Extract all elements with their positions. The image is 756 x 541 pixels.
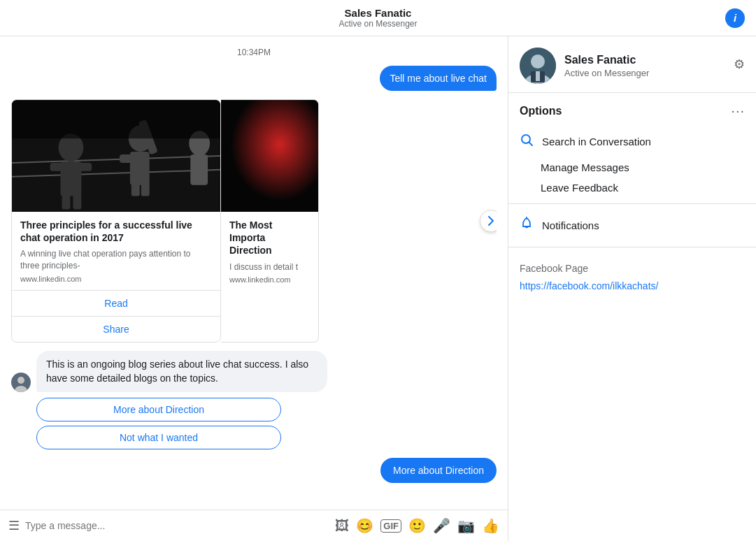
- card-2-desc: I discuss in detail t: [229, 261, 310, 273]
- card-2-body: The Most Importa Direction I discuss in …: [221, 212, 318, 291]
- sidebar-profile: Sales Fanatic Active on Messenger ⚙: [508, 36, 756, 93]
- sidebar-status: Active on Messenger: [564, 68, 649, 78]
- sidebar-divider-2: [508, 247, 756, 247]
- card-2-image: [221, 100, 318, 212]
- search-conversation-label: Search in Conversation: [542, 136, 651, 147]
- svg-rect-8: [73, 194, 81, 210]
- svg-line-29: [529, 143, 533, 146]
- search-icon: [520, 133, 534, 150]
- outgoing-message: Tell me about live chat: [11, 66, 497, 91]
- outgoing-bubble: Tell me about live chat: [380, 66, 497, 91]
- svg-rect-7: [62, 194, 71, 210]
- option-leave-feedback[interactable]: Leave Feedback: [508, 178, 756, 198]
- info-icon: i: [734, 12, 736, 24]
- info-button[interactable]: i: [725, 8, 745, 28]
- message-input[interactable]: [25, 520, 329, 531]
- card-2-title: The Most Importa Direction: [229, 219, 310, 257]
- svg-rect-19: [221, 100, 318, 212]
- outgoing-pill-row: More about Direction: [11, 458, 497, 483]
- svg-point-21: [17, 377, 24, 384]
- svg-rect-27: [536, 71, 540, 81]
- option-notifications[interactable]: Notifications: [508, 210, 756, 241]
- header-subtitle: Active on Messenger: [338, 19, 417, 29]
- card-1: Three principles for a successful live c…: [11, 99, 221, 342]
- gear-icon[interactable]: ⚙: [734, 57, 745, 72]
- sidebar-avatar: [520, 48, 556, 84]
- bot-bubble: This is an ongoing blog series about liv…: [36, 351, 327, 392]
- card-1-share-button[interactable]: Share: [12, 317, 220, 342]
- quick-replies: More about Direction Not what I wanted: [36, 398, 497, 449]
- card-2: The Most Importa Direction I discuss in …: [221, 99, 319, 342]
- manage-messages-label: Manage Messages: [541, 161, 629, 173]
- card-1-image: [12, 100, 220, 212]
- quick-reply-direction[interactable]: More about Direction: [36, 398, 281, 421]
- svg-rect-5: [50, 163, 64, 171]
- sidebar-avatar-image: [520, 48, 556, 84]
- message-timestamp: 10:34PM: [11, 48, 497, 57]
- bell-icon: [520, 217, 534, 234]
- header-title: Sales Fanatic: [338, 7, 417, 19]
- card-1-read-button[interactable]: Read: [12, 291, 220, 317]
- card-1-source: www.linkedin.com: [20, 275, 212, 283]
- emoji-icon[interactable]: 🙂: [408, 517, 426, 534]
- sticker-icon[interactable]: 😊: [356, 517, 373, 534]
- options-header: Options ···: [508, 93, 756, 126]
- facebook-page-section: Facebook Page https://facebook.com/ilkka…: [508, 253, 756, 299]
- notifications-label: Notifications: [542, 219, 599, 231]
- svg-rect-11: [120, 154, 134, 163]
- outgoing-pill: More about Direction: [380, 458, 497, 483]
- option-search[interactable]: Search in Conversation: [508, 126, 756, 157]
- option-manage-messages[interactable]: Manage Messages: [508, 157, 756, 178]
- like-icon[interactable]: 👍: [482, 517, 499, 534]
- options-label: Options: [520, 105, 562, 117]
- svg-rect-17: [12, 101, 220, 139]
- card-1-title: Three principles for a successful live c…: [20, 219, 212, 244]
- card-1-actions: Read Share: [12, 290, 220, 342]
- card-1-desc: A winning live chat operation pays atten…: [20, 248, 212, 272]
- bot-avatar: [11, 373, 31, 392]
- bot-avatar-image: [11, 373, 31, 392]
- card-carousel: Three principles for a successful live c…: [11, 99, 497, 342]
- sidebar: Sales Fanatic Active on Messenger ⚙ Opti…: [508, 36, 756, 541]
- options-menu-icon[interactable]: ···: [731, 103, 745, 119]
- main-layout: 10:34PM Tell me about live chat: [0, 36, 756, 541]
- svg-rect-16: [190, 154, 208, 185]
- card-1-body: Three principles for a successful live c…: [12, 212, 220, 290]
- sidebar-profile-info: Sales Fanatic Active on Messenger: [564, 54, 649, 78]
- header-center: Sales Fanatic Active on Messenger: [338, 7, 417, 29]
- leave-feedback-label: Leave Feedback: [541, 182, 618, 194]
- svg-point-24: [531, 55, 545, 68]
- chat-messages: 10:34PM Tell me about live chat: [0, 36, 508, 510]
- card-2-source: www.linkedin.com: [229, 275, 310, 284]
- carousel-next-button[interactable]: [480, 210, 497, 232]
- svg-rect-6: [78, 163, 92, 171]
- svg-rect-13: [131, 182, 140, 196]
- menu-icon[interactable]: ☰: [8, 518, 20, 533]
- sidebar-name: Sales Fanatic: [564, 54, 649, 66]
- facebook-page-label: Facebook Page: [520, 263, 745, 274]
- image-icon[interactable]: 🖼: [335, 518, 349, 534]
- camera-icon[interactable]: 📷: [457, 517, 475, 534]
- audio-icon[interactable]: 🎤: [433, 517, 450, 534]
- svg-rect-14: [141, 182, 150, 196]
- gif-icon[interactable]: GIF: [380, 519, 401, 533]
- chat-input-bar: ☰ 🖼 😊 GIF 🙂 🎤 📷 👍: [0, 510, 508, 541]
- quick-reply-not-wanted[interactable]: Not what I wanted: [36, 426, 281, 449]
- sidebar-divider: [508, 203, 756, 204]
- top-header: Sales Fanatic Active on Messenger i: [0, 0, 756, 36]
- bot-message-row: This is an ongoing blog series about liv…: [11, 351, 497, 392]
- input-icons: 🖼 😊 GIF 🙂 🎤 📷 👍: [335, 517, 499, 534]
- chat-area: 10:34PM Tell me about live chat: [0, 36, 508, 541]
- facebook-page-link[interactable]: https://facebook.com/ilkkachats/: [520, 280, 658, 291]
